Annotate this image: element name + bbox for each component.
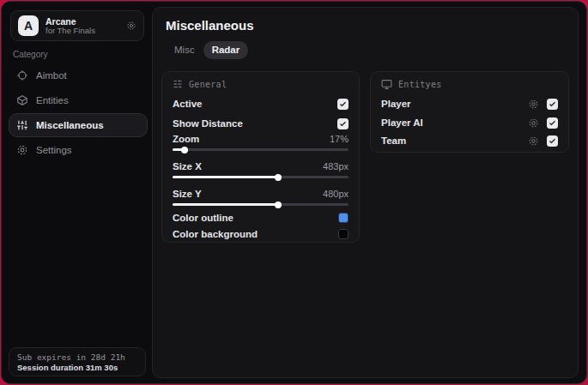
- size-x-slider-fill: [173, 176, 278, 178]
- sidebar-item-label: Settings: [36, 145, 72, 155]
- color-background-row: Color background: [173, 227, 349, 241]
- color-background-label: Color background: [173, 229, 338, 239]
- sidebar-item-aimbot[interactable]: Aimbot: [9, 63, 148, 87]
- entities-card: Entityes Player: [370, 71, 569, 153]
- entities-card-header: Entityes: [381, 79, 442, 90]
- sidebar-item-miscellaneous[interactable]: Miscellaneous: [9, 113, 148, 137]
- entity-row-player-ai: Player AI: [381, 116, 558, 129]
- active-row: Active: [173, 97, 349, 111]
- logo-card: A Arcane for The Finals: [10, 10, 144, 41]
- color-outline-label: Color outline: [173, 213, 338, 223]
- size-y-label: Size Y: [173, 189, 323, 199]
- zoom-slider-thumb[interactable]: [181, 147, 188, 153]
- color-outline-swatch[interactable]: [338, 213, 349, 223]
- active-label: Active: [173, 99, 337, 109]
- color-background-swatch[interactable]: [338, 229, 349, 239]
- active-checkbox[interactable]: [337, 99, 349, 110]
- team-checkbox[interactable]: [547, 135, 558, 147]
- zoom-value: 17%: [330, 134, 349, 144]
- sidebar-item-label: Miscellaneous: [36, 120, 104, 130]
- player-ai-checkbox[interactable]: [547, 117, 558, 129]
- general-card-title: General: [189, 80, 227, 89]
- entity-row-player: Player: [381, 97, 558, 111]
- app-subtitle: for The Finals: [45, 27, 126, 36]
- crosshair-icon: [16, 69, 28, 81]
- size-x-label: Size X: [173, 161, 323, 171]
- size-y-slider-thumb[interactable]: [275, 202, 282, 208]
- sidebar-nav: Aimbot Entities Miscellaneous: [9, 63, 148, 163]
- gear-icon: [16, 144, 28, 156]
- zoom-row: Zoom 17%: [173, 132, 349, 146]
- cards-row: General Active Show Distance: [161, 71, 569, 243]
- sidebar-item-label: Entities: [36, 95, 69, 105]
- zoom-label: Zoom: [173, 134, 330, 144]
- sidebar-item-entities[interactable]: Entities: [9, 88, 148, 112]
- page-title: Miscellaneous: [166, 18, 569, 33]
- size-x-slider-thumb[interactable]: [275, 174, 282, 181]
- desktop-backdrop: A Arcane for The Finals Category Aimbot: [0, 0, 588, 385]
- sliders-horizontal-icon: [173, 79, 183, 89]
- tab-radar[interactable]: Radar: [203, 41, 249, 59]
- tab-misc[interactable]: Misc: [166, 41, 203, 59]
- sidebar: A Arcane for The Finals Category Aimbot: [2, 2, 152, 383]
- check-icon: [339, 100, 347, 108]
- entity-label: Player: [381, 99, 528, 109]
- sidebar-item-label: Aimbot: [36, 70, 67, 81]
- app-window: A Arcane for The Finals Category Aimbot: [1, 1, 587, 384]
- gear-icon[interactable]: [528, 117, 539, 129]
- size-x-row: Size X 483px: [173, 159, 349, 173]
- size-x-value: 483px: [323, 161, 349, 171]
- entity-label: Player AI: [381, 117, 528, 128]
- cube-icon: [16, 94, 28, 106]
- show-distance-label: Show Distance: [173, 118, 337, 129]
- zoom-slider[interactable]: [173, 148, 349, 151]
- entity-row-team: Team: [381, 134, 558, 147]
- check-icon: [549, 137, 556, 145]
- zoom-slider-fill: [173, 148, 185, 151]
- size-y-row: Size Y 480px: [173, 187, 349, 201]
- session-duration-text: Session duration 31m 30s: [17, 363, 137, 372]
- size-y-slider[interactable]: [173, 203, 349, 206]
- size-y-value: 480px: [323, 189, 349, 199]
- gear-icon[interactable]: [528, 99, 539, 110]
- general-card: General Active Show Distance: [161, 71, 360, 243]
- monitor-icon: [381, 79, 392, 90]
- size-x-slider[interactable]: [173, 176, 349, 178]
- check-icon: [549, 100, 556, 108]
- main-panel: Miscellaneous Misc Radar General Active: [152, 7, 579, 378]
- gear-icon[interactable]: [126, 21, 136, 31]
- logo-text: Arcane for The Finals: [45, 16, 126, 36]
- show-distance-checkbox[interactable]: [337, 118, 349, 129]
- color-outline-row: Color outline: [173, 211, 349, 225]
- entity-label: Team: [381, 135, 528, 146]
- category-label: Category: [13, 50, 48, 59]
- general-card-header: General: [173, 79, 227, 89]
- check-icon: [339, 120, 347, 128]
- sidebar-item-settings[interactable]: Settings: [9, 138, 148, 162]
- app-logo: A: [18, 15, 39, 36]
- sliders-icon: [16, 119, 28, 131]
- entities-card-title: Entityes: [398, 80, 442, 89]
- size-y-slider-fill: [173, 203, 278, 206]
- app-title: Arcane: [45, 16, 126, 27]
- gear-icon[interactable]: [528, 135, 539, 147]
- sub-expires-text: Sub expires in 28d 21h: [17, 352, 137, 362]
- show-distance-row: Show Distance: [173, 117, 349, 130]
- player-checkbox[interactable]: [547, 99, 558, 110]
- tab-bar: Misc Radar: [166, 41, 569, 59]
- subscription-card: Sub expires in 28d 21h Session duration …: [9, 347, 146, 376]
- check-icon: [549, 119, 556, 127]
